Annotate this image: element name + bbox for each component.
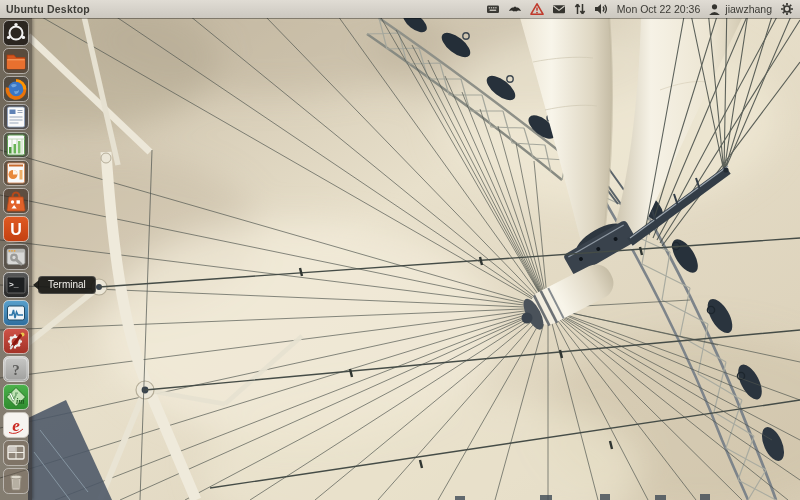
launcher-item-system-settings[interactable]: [3, 244, 29, 270]
username-text: jiawzhang: [725, 3, 772, 15]
red-e-app-icon: e: [3, 412, 29, 438]
writer-icon: [3, 104, 29, 130]
folder-icon: [3, 48, 29, 74]
launcher-item-libreoffice-writer[interactable]: [3, 104, 29, 130]
launcher-item-gvim[interactable]: Vim: [3, 384, 29, 410]
terminal-tooltip: Terminal: [38, 276, 96, 294]
bat-app-indicator-icon[interactable]: [508, 2, 522, 16]
clock-text: Mon Oct 22 20:36: [617, 3, 700, 15]
settings-icon: [3, 244, 29, 270]
trash-icon: [3, 468, 29, 494]
launcher-item-firefox[interactable]: [3, 76, 29, 102]
ubuntu-one-letter: U: [10, 221, 22, 238]
clock-indicator[interactable]: Mon Oct 22 20:36: [617, 3, 700, 15]
launcher-item-libreoffice-impress[interactable]: [3, 160, 29, 186]
launcher-item-ubuntu-software-center[interactable]: [3, 188, 29, 214]
gvim-im-glyph: im: [16, 397, 24, 406]
user-indicator[interactable]: jiawzhang: [708, 3, 772, 16]
gvim-icon: Vim: [3, 384, 29, 410]
launcher-item-red-e-app[interactable]: e: [3, 412, 29, 438]
terminal-icon: >_: [3, 272, 29, 298]
launcher-item-libreoffice-calc[interactable]: [3, 132, 29, 158]
calc-icon: [3, 132, 29, 158]
launcher-item-terminal[interactable]: >_: [3, 272, 29, 298]
session-gear-indicator-icon[interactable]: [780, 2, 794, 16]
indicator-tray: Mon Oct 22 20:36 jiawzhang: [486, 2, 800, 16]
user-icon: [708, 3, 721, 16]
keyboard-indicator-icon[interactable]: [486, 2, 500, 16]
network-arrows-indicator-icon[interactable]: [574, 2, 586, 16]
launcher-item-home-folder[interactable]: [3, 48, 29, 74]
launcher-item-workspace-switcher[interactable]: [3, 440, 29, 466]
ubuntu-one-icon: U: [3, 216, 29, 242]
impress-icon: [3, 160, 29, 186]
terminal-prompt-glyph: >_: [9, 280, 19, 289]
system-testing-icon: [3, 328, 29, 354]
help-icon: ?: [3, 356, 29, 382]
top-panel: Ubuntu Desktop Mon Oct 22 20:36: [0, 0, 800, 18]
workspace-switcher-icon: [3, 440, 29, 466]
dash-home-icon: [3, 20, 29, 46]
firefox-icon: [3, 76, 29, 102]
launcher-item-help[interactable]: ?: [3, 356, 29, 382]
wallpaper-london-eye: [0, 0, 800, 500]
ubuntu-desktop: Ubuntu Desktop Mon Oct 22 20:36: [0, 0, 800, 500]
panel-title: Ubuntu Desktop: [6, 3, 90, 15]
launcher-item-system-monitor[interactable]: [3, 300, 29, 326]
system-monitor-icon: [3, 300, 29, 326]
help-mark-glyph: ?: [12, 362, 20, 378]
unity-launcher: U >_ ? Vim e: [0, 18, 32, 500]
mail-indicator-icon[interactable]: [552, 2, 566, 16]
warning-indicator-icon[interactable]: [530, 2, 544, 16]
launcher-item-trash[interactable]: [3, 468, 29, 494]
software-center-icon: [3, 188, 29, 214]
launcher-item-system-testing[interactable]: [3, 328, 29, 354]
launcher-item-ubuntu-one[interactable]: U: [3, 216, 29, 242]
volume-indicator-icon[interactable]: [594, 2, 609, 16]
launcher-item-dash-home[interactable]: [3, 20, 29, 46]
